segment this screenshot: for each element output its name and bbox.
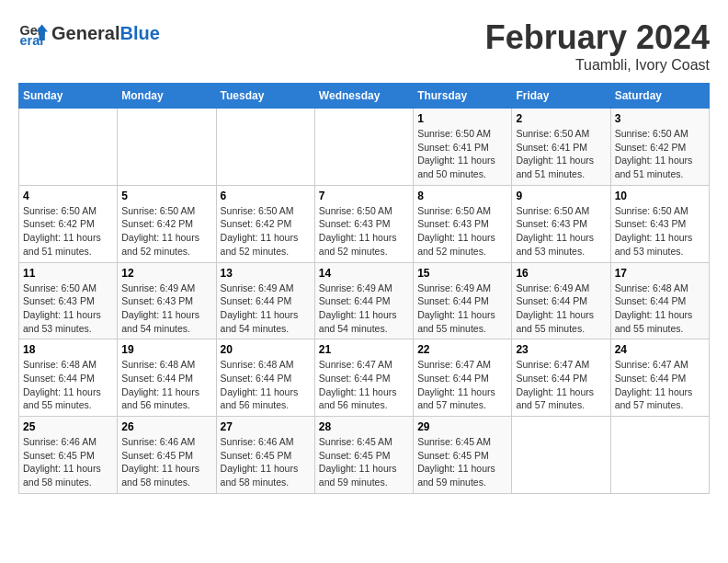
- calendar-cell: 1Sunrise: 6:50 AM Sunset: 6:41 PM Daylig…: [414, 109, 512, 186]
- day-number: 26: [121, 420, 211, 433]
- calendar-cell: [610, 417, 709, 494]
- calendar-cell: 22Sunrise: 6:47 AM Sunset: 6:44 PM Dayli…: [414, 339, 512, 417]
- day-number: 19: [121, 343, 211, 356]
- header-sunday: Sunday: [19, 84, 118, 109]
- day-info: Sunrise: 6:47 AM Sunset: 6:44 PM Dayligh…: [615, 358, 705, 412]
- calendar-header: SundayMondayTuesdayWednesdayThursdayFrid…: [19, 84, 710, 109]
- day-info: Sunrise: 6:47 AM Sunset: 6:44 PM Dayligh…: [319, 358, 409, 412]
- calendar-cell: 9Sunrise: 6:50 AM Sunset: 6:43 PM Daylig…: [512, 185, 610, 262]
- day-info: Sunrise: 6:47 AM Sunset: 6:44 PM Dayligh…: [417, 358, 507, 412]
- title-block: February 2024 Tuambli, Ivory Coast: [485, 18, 710, 74]
- day-number: 21: [319, 343, 409, 356]
- day-number: 16: [516, 267, 606, 280]
- logo: Gen eral GeneralBlue: [18, 18, 160, 48]
- day-info: Sunrise: 6:50 AM Sunset: 6:43 PM Dayligh…: [23, 282, 113, 336]
- day-info: Sunrise: 6:49 AM Sunset: 6:43 PM Dayligh…: [121, 282, 211, 336]
- calendar-body: 1Sunrise: 6:50 AM Sunset: 6:41 PM Daylig…: [19, 109, 710, 494]
- day-number: 14: [319, 267, 409, 280]
- page-header: Gen eral GeneralBlue February 2024 Tuamb…: [18, 18, 710, 74]
- header-friday: Friday: [512, 84, 610, 109]
- calendar-cell: 12Sunrise: 6:49 AM Sunset: 6:43 PM Dayli…: [118, 262, 216, 339]
- day-info: Sunrise: 6:50 AM Sunset: 6:43 PM Dayligh…: [516, 204, 606, 259]
- calendar-cell: 21Sunrise: 6:47 AM Sunset: 6:44 PM Dayli…: [314, 339, 413, 417]
- day-info: Sunrise: 6:48 AM Sunset: 6:44 PM Dayligh…: [23, 358, 113, 412]
- day-number: 18: [23, 343, 113, 356]
- day-number: 9: [516, 190, 606, 202]
- calendar-cell: 6Sunrise: 6:50 AM Sunset: 6:42 PM Daylig…: [216, 185, 314, 262]
- week-row-5: 25Sunrise: 6:46 AM Sunset: 6:45 PM Dayli…: [19, 417, 710, 494]
- day-number: 22: [417, 343, 507, 356]
- week-row-1: 1Sunrise: 6:50 AM Sunset: 6:41 PM Daylig…: [19, 109, 710, 186]
- day-number: 1: [417, 112, 507, 125]
- calendar-cell: 17Sunrise: 6:48 AM Sunset: 6:44 PM Dayli…: [610, 262, 709, 339]
- day-number: 7: [319, 190, 409, 202]
- calendar-cell: 28Sunrise: 6:45 AM Sunset: 6:45 PM Dayli…: [314, 417, 413, 494]
- day-info: Sunrise: 6:45 AM Sunset: 6:45 PM Dayligh…: [319, 435, 409, 489]
- header-tuesday: Tuesday: [216, 84, 314, 109]
- calendar-cell: 7Sunrise: 6:50 AM Sunset: 6:43 PM Daylig…: [314, 185, 413, 262]
- calendar-cell: 13Sunrise: 6:49 AM Sunset: 6:44 PM Dayli…: [216, 262, 314, 339]
- day-info: Sunrise: 6:45 AM Sunset: 6:45 PM Dayligh…: [417, 435, 507, 489]
- calendar-cell: [19, 109, 118, 186]
- calendar-cell: 24Sunrise: 6:47 AM Sunset: 6:44 PM Dayli…: [610, 339, 709, 417]
- header-row: SundayMondayTuesdayWednesdayThursdayFrid…: [19, 84, 710, 109]
- day-info: Sunrise: 6:48 AM Sunset: 6:44 PM Dayligh…: [121, 358, 211, 412]
- calendar-cell: 18Sunrise: 6:48 AM Sunset: 6:44 PM Dayli…: [19, 339, 118, 417]
- calendar-cell: 23Sunrise: 6:47 AM Sunset: 6:44 PM Dayli…: [512, 339, 610, 417]
- logo-blue: Blue: [119, 23, 159, 43]
- calendar-cell: 5Sunrise: 6:50 AM Sunset: 6:42 PM Daylig…: [118, 185, 216, 262]
- calendar-cell: 25Sunrise: 6:46 AM Sunset: 6:45 PM Dayli…: [19, 417, 118, 494]
- calendar-title: February 2024: [485, 18, 710, 57]
- day-number: 29: [417, 420, 507, 433]
- header-wednesday: Wednesday: [314, 84, 413, 109]
- day-info: Sunrise: 6:46 AM Sunset: 6:45 PM Dayligh…: [121, 435, 211, 489]
- calendar-cell: 20Sunrise: 6:48 AM Sunset: 6:44 PM Dayli…: [216, 339, 314, 417]
- day-info: Sunrise: 6:49 AM Sunset: 6:44 PM Dayligh…: [221, 282, 311, 336]
- calendar-subtitle: Tuambli, Ivory Coast: [485, 57, 710, 74]
- day-number: 13: [221, 267, 311, 280]
- day-number: 17: [615, 267, 705, 280]
- calendar-cell: 19Sunrise: 6:48 AM Sunset: 6:44 PM Dayli…: [118, 339, 216, 417]
- calendar-cell: [512, 417, 610, 494]
- day-info: Sunrise: 6:49 AM Sunset: 6:44 PM Dayligh…: [417, 282, 507, 336]
- day-number: 5: [121, 190, 211, 202]
- calendar-cell: 14Sunrise: 6:49 AM Sunset: 6:44 PM Dayli…: [314, 262, 413, 339]
- week-row-4: 18Sunrise: 6:48 AM Sunset: 6:44 PM Dayli…: [19, 339, 710, 417]
- calendar-cell: 8Sunrise: 6:50 AM Sunset: 6:43 PM Daylig…: [414, 185, 512, 262]
- day-info: Sunrise: 6:48 AM Sunset: 6:44 PM Dayligh…: [615, 282, 705, 336]
- day-number: 4: [23, 190, 113, 202]
- day-number: 8: [417, 190, 507, 202]
- day-info: Sunrise: 6:50 AM Sunset: 6:43 PM Dayligh…: [417, 204, 507, 259]
- day-info: Sunrise: 6:48 AM Sunset: 6:44 PM Dayligh…: [221, 358, 311, 412]
- week-row-3: 11Sunrise: 6:50 AM Sunset: 6:43 PM Dayli…: [19, 262, 710, 339]
- calendar-cell: 4Sunrise: 6:50 AM Sunset: 6:42 PM Daylig…: [19, 185, 118, 262]
- day-info: Sunrise: 6:50 AM Sunset: 6:43 PM Dayligh…: [615, 204, 705, 259]
- day-number: 24: [615, 343, 705, 356]
- day-number: 25: [23, 420, 113, 433]
- day-number: 20: [221, 343, 311, 356]
- calendar-cell: 15Sunrise: 6:49 AM Sunset: 6:44 PM Dayli…: [414, 262, 512, 339]
- day-number: 11: [23, 267, 113, 280]
- day-info: Sunrise: 6:50 AM Sunset: 6:42 PM Dayligh…: [221, 204, 311, 259]
- day-info: Sunrise: 6:50 AM Sunset: 6:42 PM Dayligh…: [121, 204, 211, 259]
- day-number: 12: [121, 267, 211, 280]
- calendar-cell: 11Sunrise: 6:50 AM Sunset: 6:43 PM Dayli…: [19, 262, 118, 339]
- day-info: Sunrise: 6:50 AM Sunset: 6:42 PM Dayligh…: [23, 204, 113, 259]
- day-number: 3: [615, 112, 705, 125]
- day-info: Sunrise: 6:49 AM Sunset: 6:44 PM Dayligh…: [516, 282, 606, 336]
- logo-general: General: [51, 23, 119, 43]
- day-number: 23: [516, 343, 606, 356]
- logo-icon: Gen eral: [18, 18, 48, 48]
- day-info: Sunrise: 6:46 AM Sunset: 6:45 PM Dayligh…: [23, 435, 113, 489]
- day-number: 15: [417, 267, 507, 280]
- calendar-cell: 10Sunrise: 6:50 AM Sunset: 6:43 PM Dayli…: [610, 185, 709, 262]
- day-info: Sunrise: 6:50 AM Sunset: 6:43 PM Dayligh…: [319, 204, 409, 259]
- calendar-cell: 26Sunrise: 6:46 AM Sunset: 6:45 PM Dayli…: [118, 417, 216, 494]
- day-info: Sunrise: 6:50 AM Sunset: 6:41 PM Dayligh…: [516, 127, 606, 181]
- calendar-cell: 29Sunrise: 6:45 AM Sunset: 6:45 PM Dayli…: [414, 417, 512, 494]
- calendar-cell: 27Sunrise: 6:46 AM Sunset: 6:45 PM Dayli…: [216, 417, 314, 494]
- header-thursday: Thursday: [414, 84, 512, 109]
- day-info: Sunrise: 6:50 AM Sunset: 6:41 PM Dayligh…: [417, 127, 507, 181]
- calendar-table: SundayMondayTuesdayWednesdayThursdayFrid…: [18, 83, 710, 494]
- day-number: 6: [221, 190, 311, 202]
